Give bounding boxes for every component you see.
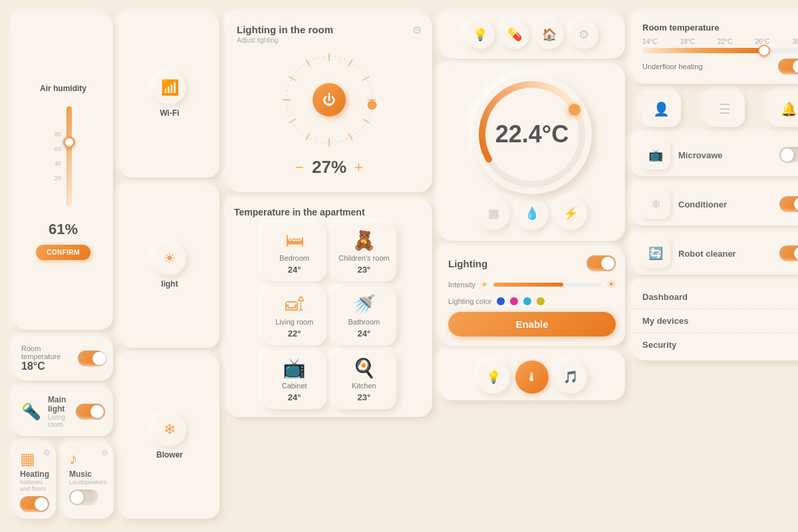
kitchen-temp: 23° [358,392,371,402]
wifi-label: Wi-Fi [160,108,179,118]
light-label: light [161,279,178,289]
menu-security[interactable]: Security ▶ [632,333,798,356]
room-childrens[interactable]: 🧸 Children's room 23° [332,223,396,281]
temp-slider-fill [642,48,761,53]
color-dot-pink[interactable] [510,297,518,305]
user-icon: 👤 [653,101,670,117]
room-bathroom[interactable]: 🚿 Bathroom 24° [332,287,396,345]
menu-devices[interactable]: My devices ▶ [632,309,798,333]
kitchen-name: Kitchen [352,382,376,390]
lighting-room-title: Lighting in the room [237,24,333,35]
column-lighting: Lighting in the room Adjust lighting ⚙ [226,13,432,519]
living-name: Living room [275,318,313,326]
lightbulb-icon-btn[interactable]: 💡 [466,20,495,49]
main-light-toggle[interactable] [76,404,105,420]
microwave-toggle[interactable] [779,147,798,163]
temp-slider-thumb[interactable] [758,45,770,57]
lamp-icon: 🔦 [21,402,41,421]
menu-dashboard[interactable]: Dashboard ▶ [632,285,798,309]
dial-plus-button[interactable]: + [354,159,363,176]
top-icons-card: 💡 💊 🏠 ⚙ [439,13,625,59]
dial-power-button[interactable]: ⏻ [313,83,346,116]
music-name: Music [69,469,107,479]
bolt-icon-btn[interactable]: ⚡ [554,197,587,230]
robot-cleaner-toggle[interactable] [779,245,798,261]
bathroom-temp: 24° [358,329,371,338]
wifi-icon: 📶 [161,79,179,96]
music-card: ⚙ ♪ Music Loudspeakers [63,443,114,519]
thermostat-card: 22.4°C ▦ 💧 ⚡ [439,64,625,241]
room-temp-label: Room temperature [21,344,78,360]
bathroom-name: Bathroom [348,318,380,326]
heating-gear-icon[interactable]: ⚙ [43,448,51,458]
settings-icon-btn[interactable]: ⚙ [569,20,598,49]
small-icons-row: ▦ 💧 ⚡ [477,197,587,230]
security-label: Security [642,340,676,350]
blower-card: ❄ Blower [120,354,219,519]
conditioner-name: Conditioner [678,200,771,209]
bell-icon-btn[interactable]: 🔔 3 [769,90,798,127]
heating-music-row: ⚙ ▦ Heating batteries and floors ⚙ ♪ Mus… [13,443,113,519]
intensity-sun-low-icon: ☀ [481,280,488,289]
user-icon-btn[interactable]: 👤 [641,90,681,127]
humidity-card: Air humidity 80 60 40 20 61% CONFIRM [13,13,113,330]
room-temp-toggle[interactable] [78,350,105,366]
underfloor-toggle[interactable] [778,59,798,74]
room-cabinet[interactable]: 📺 Cabinet 24° [262,350,327,409]
column-right: Room temperature 14°C 18°C 22°C 26°C 30°… [632,13,798,519]
home-icon-btn[interactable]: 🏠 [535,20,564,49]
enable-button[interactable]: Enable [448,312,616,336]
blower-label: Blower [156,450,183,460]
svg-point-13 [367,100,378,110]
bottom-bulb-icon-btn[interactable]: 💡 [477,360,510,394]
bottom-thermo-icon-btn[interactable]: 🌡 [515,360,549,394]
lighting-room-sub: Adjust lighting [237,37,333,44]
humidity-title: Air humidity [40,84,86,93]
intensity-bar[interactable] [493,283,601,287]
lighting-dial: ⏻ [276,47,382,153]
bottom-music-icon-btn[interactable]: 🎵 [554,360,587,394]
music-gear-icon[interactable]: ⚙ [101,448,108,458]
notification-row: 👤 ☰ 🔔 3 [632,90,798,127]
color-label: Lighting color [448,297,491,305]
bottom-icons-row: 💡 🌡 🎵 [477,360,587,394]
cabinet-name: Cabinet [282,382,307,390]
temperature-apartment-card: Temperature in the apartment 🛏 Bedroom 2… [226,199,432,417]
radiator-icon-btn[interactable]: ▦ [477,197,510,230]
robot-cleaner-card: 🔄 Robot cleaner [632,232,798,275]
lighting-panel-toggle[interactable] [587,255,616,271]
temp-slider[interactable] [642,48,798,53]
color-dot-cyan[interactable] [523,297,531,305]
heating-card: ⚙ ▦ Heating batteries and floors [13,443,56,519]
room-bedroom[interactable]: 🛏 Bedroom 24° [262,223,327,281]
humidity-slider[interactable] [66,106,72,206]
light-icon-circle: ☀ [153,242,186,275]
svg-line-12 [306,59,310,66]
room-living[interactable]: 🛋 Living room 22° [262,287,327,345]
humidity-scale: 80 60 40 20 [55,131,61,182]
intensity-label: Intensity [448,281,475,289]
music-toggle[interactable] [69,489,98,505]
living-icon: 🛋 [285,293,304,315]
dial-minus-button[interactable]: − [295,159,304,176]
conditioner-toggle[interactable] [779,196,798,212]
heating-sub: batteries and floors [20,479,49,492]
room-kitchen[interactable]: 🍳 Kitchen 23° [332,350,396,409]
pill-icon-btn[interactable]: 💊 [500,20,529,49]
bathroom-icon: 🚿 [352,293,376,315]
devices-label: My devices [642,316,688,326]
drop-icon-btn[interactable]: 💧 [515,197,549,230]
confirm-button[interactable]: CONFIRM [36,245,90,260]
living-temp: 22° [288,329,301,338]
humidity-thumb[interactable] [63,136,75,148]
bell-icon: 🔔 [781,101,797,117]
conditioner-card: ❄ Conditioner [632,183,798,225]
color-dot-yellow[interactable] [537,297,545,305]
lighting-settings-icon[interactable]: ⚙ [412,24,422,37]
color-dot-blue[interactable] [497,297,505,305]
bedroom-icon: 🛏 [285,229,304,251]
color-row: Lighting color [448,297,616,305]
temp-scale: 14°C 18°C 22°C 26°C 30°C [642,38,798,45]
menu-icon-btn[interactable]: ☰ [705,90,745,127]
heating-toggle[interactable] [20,496,49,512]
